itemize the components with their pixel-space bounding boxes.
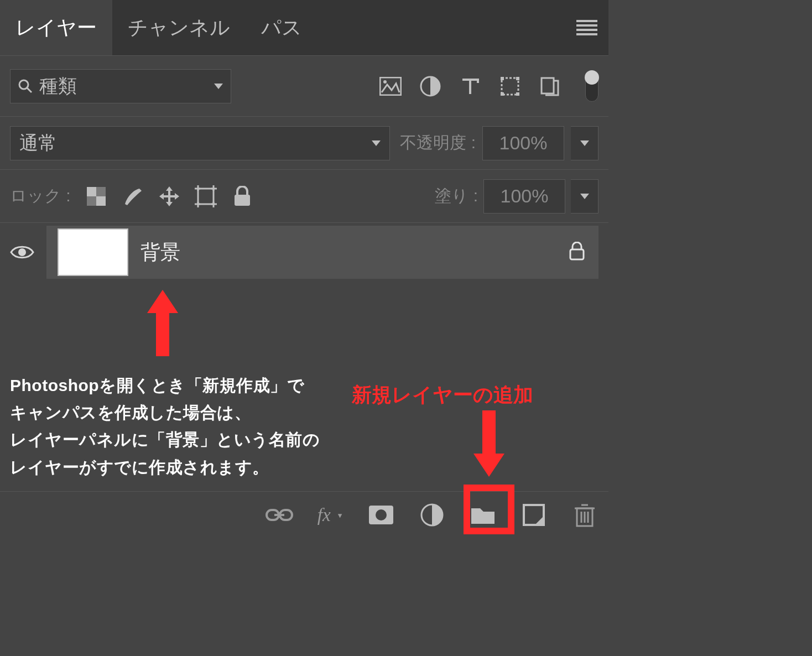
lock-artboard-icon[interactable] <box>195 185 217 207</box>
filter-smart-icon[interactable] <box>539 75 561 97</box>
svg-rect-0 <box>576 20 597 22</box>
svg-line-5 <box>27 88 32 92</box>
filter-type-icon[interactable] <box>459 75 481 97</box>
svg-rect-19 <box>198 189 214 204</box>
svg-rect-15 <box>87 187 96 196</box>
filter-adjustment-icon[interactable] <box>419 75 441 97</box>
annotation-arrow-down <box>472 410 506 477</box>
svg-rect-14 <box>542 78 554 93</box>
opacity-dropdown-button[interactable] <box>571 126 598 160</box>
svg-rect-28 <box>235 195 250 206</box>
layer-kind-dropdown[interactable]: 種類 <box>10 69 231 103</box>
tab-channels[interactable]: チャンネル <box>112 0 246 55</box>
blend-mode-value: 通常 <box>19 131 57 156</box>
svg-point-4 <box>19 80 28 89</box>
delete-layer-icon[interactable] <box>571 501 598 529</box>
chevron-down-icon <box>580 140 589 146</box>
opacity-value[interactable]: 100% <box>482 126 564 160</box>
svg-point-7 <box>383 80 387 84</box>
fill-value[interactable]: 100% <box>483 179 565 214</box>
layer-style-icon[interactable]: fx <box>316 501 344 529</box>
new-adjustment-layer-icon[interactable] <box>418 501 446 529</box>
lock-pixel-icon[interactable] <box>122 185 144 207</box>
filter-toggle[interactable] <box>585 71 598 102</box>
lock-all-icon[interactable] <box>231 185 253 207</box>
chevron-down-icon <box>214 84 223 89</box>
tab-paths[interactable]: パス <box>246 0 317 55</box>
annotation-arrow-up <box>146 290 179 356</box>
svg-point-37 <box>376 509 387 520</box>
blend-mode-dropdown[interactable]: 通常 <box>10 126 390 160</box>
fill-dropdown-button[interactable] <box>571 179 598 214</box>
link-layers-icon[interactable] <box>266 501 293 529</box>
svg-rect-1 <box>576 24 597 27</box>
layer-actions-bar: fx <box>0 491 608 538</box>
layer-name[interactable]: 背景 <box>140 239 556 266</box>
filter-shape-icon[interactable] <box>499 75 521 97</box>
annotation-right-text: 新規レイヤーの追加 <box>352 382 533 409</box>
svg-point-29 <box>18 248 26 256</box>
annotation-left-text: Photoshopを開くとき「新規作成」で キャンパスを作成した場合は、 レイヤ… <box>10 372 320 481</box>
new-layer-icon[interactable] <box>520 501 548 529</box>
lock-position-icon[interactable] <box>158 185 180 207</box>
svg-rect-2 <box>576 29 597 31</box>
svg-rect-16 <box>96 196 106 206</box>
svg-rect-18 <box>87 196 96 206</box>
svg-rect-11 <box>516 77 519 80</box>
lock-transparency-icon[interactable] <box>85 185 107 207</box>
svg-rect-10 <box>501 77 504 80</box>
lock-icon <box>569 242 585 263</box>
annotation-highlight-box <box>464 485 514 534</box>
svg-rect-3 <box>576 33 597 35</box>
svg-rect-30 <box>570 249 584 259</box>
panel-menu-icon[interactable] <box>576 20 597 35</box>
layer-row[interactable]: 背景 <box>0 223 608 282</box>
layer-content[interactable]: 背景 <box>46 226 598 279</box>
svg-rect-9 <box>502 78 518 95</box>
layer-mask-icon[interactable] <box>367 501 395 529</box>
chevron-down-icon <box>580 194 589 199</box>
layer-list: 背景 <box>0 222 608 282</box>
chevron-down-icon <box>372 140 381 146</box>
layer-thumbnail[interactable] <box>58 228 128 276</box>
lock-row: ロック : 塗り : 100% <box>0 169 608 222</box>
panel-tabs: レイヤー チャンネル パス <box>0 0 608 55</box>
svg-text:fx: fx <box>317 504 331 525</box>
layers-panel: レイヤー チャンネル パス 種類 <box>0 0 608 538</box>
svg-rect-13 <box>516 92 519 96</box>
kind-label: 種類 <box>39 74 77 99</box>
visibility-toggle-icon[interactable] <box>10 244 34 261</box>
lock-label: ロック : <box>10 185 71 207</box>
search-icon <box>18 79 33 93</box>
toggle-knob <box>585 70 599 85</box>
fill-label: 塗り : <box>435 185 478 207</box>
svg-marker-47 <box>473 410 504 477</box>
tab-layers[interactable]: レイヤー <box>0 0 112 55</box>
svg-rect-12 <box>501 92 504 96</box>
svg-marker-46 <box>147 290 178 356</box>
filter-pixel-icon[interactable] <box>379 75 402 97</box>
svg-rect-17 <box>96 187 106 196</box>
svg-marker-35 <box>338 514 342 518</box>
filter-row: 種類 <box>0 55 608 116</box>
blend-row: 通常 不透明度 : 100% <box>0 116 608 169</box>
opacity-label: 不透明度 : <box>400 132 476 154</box>
